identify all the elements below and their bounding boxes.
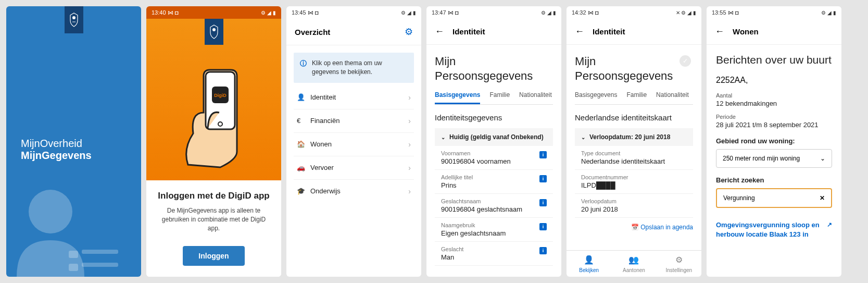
field-geslacht: Geslacht Man i xyxy=(435,242,553,266)
nav-label: Instellingen xyxy=(666,267,693,273)
phone-illustration: DigiD xyxy=(183,60,245,170)
input-value: Vergunning xyxy=(723,194,755,202)
back-icon[interactable]: ← xyxy=(715,26,724,37)
euro-icon: € xyxy=(297,117,310,125)
person-icon: 👤 xyxy=(567,255,611,265)
back-icon[interactable]: ← xyxy=(575,26,584,37)
field-value: Nederlandse identiteitskaart xyxy=(581,157,687,165)
gear-icon[interactable]: ⚙ xyxy=(405,26,413,38)
field-naamgebruik: Naamgebruik Eigen geslachtsnaam i xyxy=(435,218,553,242)
zoeken-label: Bericht zoeken xyxy=(716,176,832,184)
status-icons: ⚙ ◢ ▮ xyxy=(261,10,276,16)
login-button[interactable]: Inloggen xyxy=(183,246,244,266)
field-label: Naamgebruik xyxy=(441,222,547,228)
menu-label: Identiteit xyxy=(310,93,408,101)
check-circle-icon: ✓ xyxy=(680,55,691,67)
chevron-right-icon: › xyxy=(408,117,411,125)
status-bar: 13:45 ⋈ ◘ ⚙ ◢ ▮ xyxy=(286,6,421,19)
menu-item-wonen[interactable]: 🏠 Wonen › xyxy=(294,133,414,156)
result-text: Omgevingsvergunning sloop en herbouw loc… xyxy=(716,220,823,239)
clear-icon[interactable]: ✕ xyxy=(820,194,825,202)
hero-illustration: DigiD xyxy=(146,19,281,180)
person-silhouette xyxy=(6,183,141,277)
header-title: Overzicht xyxy=(295,28,330,36)
screen-header: Overzicht ⚙ xyxy=(286,19,421,45)
menu-label: Wonen xyxy=(310,140,408,148)
tab-basisgegevens[interactable]: Basisgegevens xyxy=(435,91,480,104)
svg-rect-2 xyxy=(69,251,78,258)
field-value: 20 juni 2018 xyxy=(581,205,687,213)
info-icon[interactable]: i xyxy=(539,151,547,158)
status-time: 13:45 ⋈ ◘ xyxy=(292,9,318,16)
status-bar: 14:32 ⋈ ◘ ✕ ⚙ ◢ ▮ xyxy=(567,6,701,19)
gebied-select[interactable]: 250 meter rond mijn woning ⌄ xyxy=(716,149,832,168)
tab-basisgegevens[interactable]: Basisgegevens xyxy=(575,91,617,104)
screen-header: ← Identiteit xyxy=(567,19,701,45)
status-icons: ✕ ⚙ ◢ ▮ xyxy=(676,10,696,16)
field-label: Voornamen xyxy=(441,150,547,156)
splash-title: MijnOverheid MijnGegevens xyxy=(6,138,141,162)
postcode: 2252AA, xyxy=(716,76,832,85)
page-title: Mijn Persoonsgegevens xyxy=(435,54,553,83)
section-heading: Nederlandse identiteitskaart xyxy=(575,113,693,122)
status-bar: 13:55 ⋈ ◘ ⚙ ◢ ▮ xyxy=(707,6,841,19)
menu-item-vervoer[interactable]: 🚗 Vervoer › xyxy=(294,156,414,180)
section-heading: Identiteitsgegevens xyxy=(435,113,553,122)
graduation-icon: 🎓 xyxy=(297,187,310,195)
field-label: Adellijke titel xyxy=(441,174,547,180)
svg-rect-5 xyxy=(82,263,118,267)
svg-rect-4 xyxy=(69,264,78,271)
status-bar: 13:47 ⋈ ◘ ⚙ ◢ ▮ xyxy=(426,6,561,19)
menu-item-onderwijs[interactable]: 🎓 Onderwijs › xyxy=(294,180,414,203)
menu-item-identiteit[interactable]: 👤 Identiteit › xyxy=(294,86,414,109)
info-icon[interactable]: i xyxy=(539,247,547,254)
tab-familie[interactable]: Familie xyxy=(489,91,510,104)
title-line1: MijnOverheid xyxy=(21,138,141,150)
svg-point-0 xyxy=(72,16,76,19)
expander-verloop[interactable]: ⌄ Verloopdatum: 20 juni 2018 xyxy=(575,128,693,146)
nav-instellingen[interactable]: ⚙ Instellingen xyxy=(657,251,701,277)
chevron-right-icon: › xyxy=(408,93,411,102)
field-label: Verloopdatum xyxy=(581,198,687,204)
aantal-label: Aantal xyxy=(716,92,832,99)
chevron-right-icon: › xyxy=(408,164,411,172)
tab-bar: Basisgegevens Familie Nationaliteit P xyxy=(575,91,693,105)
tab-nationaliteit[interactable]: Nationaliteit xyxy=(656,91,689,104)
info-icon: ⓘ xyxy=(300,59,307,77)
page-title: Mijn Persoonsgegevens xyxy=(575,54,693,83)
home-icon: 🏠 xyxy=(297,140,310,148)
tab-nationaliteit[interactable]: Nationaliteit xyxy=(519,91,552,104)
result-link[interactable]: Omgevingsvergunning sloop en herbouw loc… xyxy=(716,220,832,239)
aantal-value: 12 bekendmakingen xyxy=(716,100,832,107)
chevron-right-icon: › xyxy=(408,140,411,149)
chevron-right-icon: › xyxy=(408,187,411,195)
info-text: Klik op een thema om uw gegevens te beki… xyxy=(312,59,408,77)
periode-label: Periode xyxy=(716,114,832,120)
tab-familie[interactable]: Familie xyxy=(626,91,647,104)
info-icon[interactable]: i xyxy=(539,175,547,182)
screen-header: ← Wonen xyxy=(707,19,841,45)
nav-bekijken[interactable]: 👤 Bekijken xyxy=(567,251,611,277)
field-value: Prins xyxy=(441,181,547,189)
info-icon[interactable]: i xyxy=(539,199,547,206)
save-agenda-link[interactable]: Opslaan in agenda xyxy=(575,218,693,236)
zoeken-input[interactable]: Vergunning ✕ xyxy=(716,188,832,208)
person-icon: 👤 xyxy=(297,93,310,101)
field-adellijke-titel: Adellijke titel Prins i xyxy=(435,170,553,194)
expander-huidig[interactable]: ⌄ Huidig (geldig vanaf Onbekend) xyxy=(435,128,553,146)
menu-item-financien[interactable]: € Financiën › xyxy=(294,109,414,133)
identiteit-basis-screen: 13:47 ⋈ ◘ ⚙ ◢ ▮ ← Identiteit Mijn Persoo… xyxy=(426,6,561,277)
field-value: 900196804 geslachtsnaam xyxy=(441,205,547,213)
page-title: Berichten over uw buurt xyxy=(716,53,832,66)
header-title: Identiteit xyxy=(452,27,485,36)
chevron-down-icon: ⌄ xyxy=(820,155,825,162)
back-icon[interactable]: ← xyxy=(435,26,444,37)
status-icons: ⚙ ◢ ▮ xyxy=(541,10,556,16)
field-documentnummer: Documentnummer ILPD████ xyxy=(575,170,693,194)
status-bar: 13:40 ⋈ ◘ ⚙ ◢ ▮ xyxy=(146,6,281,19)
info-icon[interactable]: i xyxy=(539,223,547,230)
nav-aantonen[interactable]: 👥 Aantonen xyxy=(611,251,656,277)
splash-screen: MijnOverheid MijnGegevens xyxy=(6,6,141,277)
status-icons: ⚙ ◢ ▮ xyxy=(821,10,836,16)
status-icons: ⚙ ◢ ▮ xyxy=(401,10,416,16)
